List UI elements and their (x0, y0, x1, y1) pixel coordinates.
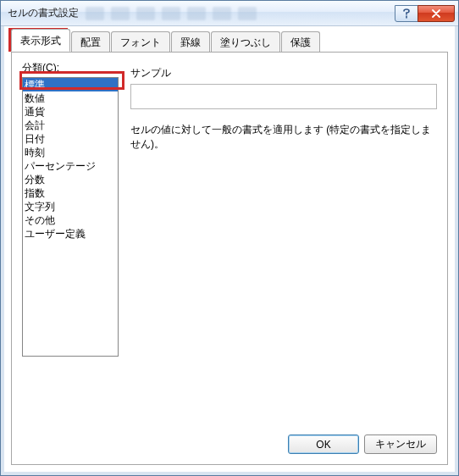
help-button[interactable] (395, 5, 418, 22)
dialog-footer: OK キャンセル (22, 426, 437, 454)
category-item-custom[interactable]: ユーザー定義 (23, 227, 118, 241)
format-description: セルの値に対して一般の書式を適用します (特定の書式を指定しません)。 (130, 123, 437, 152)
close-button[interactable] (418, 5, 455, 22)
category-item-fraction[interactable]: 分数 (23, 173, 118, 186)
content-row: 分類(C): 標準 数値 通貨 会計 日付 時刻 パーセンテージ 分数 指数 文… (22, 61, 437, 426)
category-item-accounting[interactable]: 会計 (23, 119, 118, 132)
tab-font[interactable]: フォント (111, 31, 170, 53)
category-item-currency[interactable]: 通貨 (23, 105, 118, 119)
category-item-standard[interactable]: 標準 (23, 78, 118, 91)
tab-alignment[interactable]: 配置 (71, 31, 110, 53)
tab-protection[interactable]: 保護 (281, 31, 320, 53)
tab-row: 表示形式 配置 フォント 罫線 塗りつぶし 保護 (11, 31, 448, 52)
sample-preview (130, 84, 437, 109)
category-listbox[interactable]: 標準 数値 通貨 会計 日付 時刻 パーセンテージ 分数 指数 文字列 その他 … (22, 77, 119, 357)
title-bar: セルの書式設定 (1, 1, 458, 26)
window-title: セルの書式設定 (8, 6, 395, 20)
tab-fill[interactable]: 塗りつぶし (211, 31, 280, 53)
tab-number-format[interactable]: 表示形式 (11, 29, 70, 52)
sample-label: サンプル (130, 66, 437, 80)
window-buttons (395, 5, 455, 22)
close-icon (431, 9, 441, 18)
category-item-number[interactable]: 数値 (23, 91, 118, 105)
category-label: 分類(C): (22, 61, 119, 75)
ok-button[interactable]: OK (288, 434, 359, 454)
client-area: 表示形式 配置 フォント 罫線 塗りつぶし 保護 分類(C): 標準 数値 通貨… (1, 26, 458, 475)
dialog-window: セルの書式設定 表示形式 配置 フォント 罫線 塗りつぶし (0, 0, 459, 476)
help-icon (402, 8, 411, 19)
tab-border[interactable]: 罫線 (171, 31, 210, 53)
tab-page: 分類(C): 標準 数値 通貨 会計 日付 時刻 パーセンテージ 分数 指数 文… (11, 52, 448, 465)
category-column: 分類(C): 標準 数値 通貨 会計 日付 時刻 パーセンテージ 分数 指数 文… (22, 61, 119, 426)
detail-column: サンプル セルの値に対して一般の書式を適用します (特定の書式を指定しません)。 (130, 61, 437, 426)
category-item-text[interactable]: 文字列 (23, 200, 118, 213)
category-item-percentage[interactable]: パーセンテージ (23, 159, 118, 173)
category-item-date[interactable]: 日付 (23, 132, 118, 146)
category-item-special[interactable]: その他 (23, 213, 118, 227)
category-item-time[interactable]: 時刻 (23, 146, 118, 159)
category-item-scientific[interactable]: 指数 (23, 186, 118, 200)
cancel-button[interactable]: キャンセル (364, 434, 437, 454)
